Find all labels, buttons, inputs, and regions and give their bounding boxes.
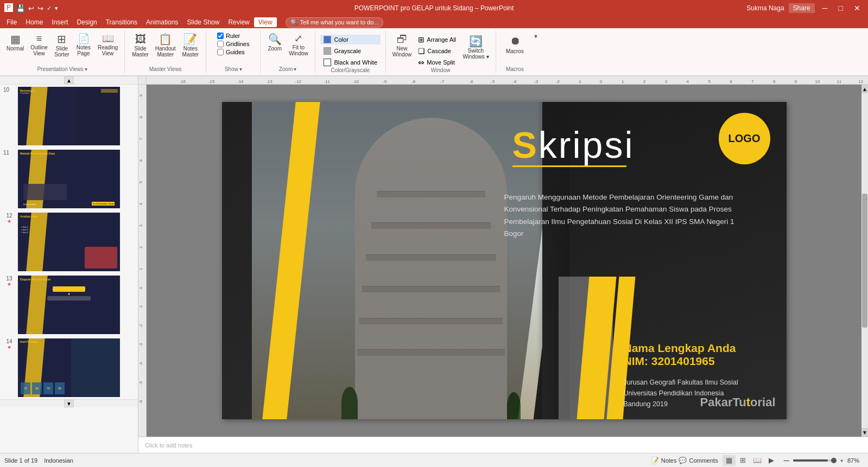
share-button[interactable]: Share: [789, 3, 815, 13]
slide-item-10[interactable]: 10 Rancangan Penelitian Pro Lapangan: [0, 85, 138, 148]
scroll-down-button[interactable]: ▼: [861, 428, 868, 437]
zoom-value[interactable]: 87%: [847, 457, 864, 464]
notes-master-button[interactable]: 📝 NotesMaster: [180, 33, 201, 59]
dept-line1: Jurusan Geografi Fakultas Ilmu Sosial: [624, 377, 738, 388]
panel-scroll-up-button[interactable]: ▲: [64, 76, 74, 84]
svg-text:2: 2: [643, 79, 646, 84]
ruler-svg-v: 9 8 7 6 5 4 3 2 1 0 -1 -2 -3 -4: [138, 85, 147, 410]
arrange-all-button[interactable]: ⊞ Arrange All: [416, 35, 458, 44]
gridlines-label: Gridlines: [226, 41, 249, 47]
macros-button[interactable]: ⏺ Macros: [502, 33, 529, 56]
slide-sorter-icon: ⊞: [57, 34, 66, 44]
reading-view-label: ReadingView: [98, 44, 118, 56]
tell-me-bar[interactable]: 🔍 Tell me what you want to do...: [286, 17, 384, 28]
ruler-checkbox[interactable]: Ruler: [217, 33, 249, 39]
comments-label[interactable]: Comments: [689, 457, 718, 464]
menu-insert[interactable]: Insert: [47, 17, 72, 27]
slide-sorter-status-btn[interactable]: ⊞: [737, 455, 750, 466]
fit-to-window-button[interactable]: ⤢ Fit toWindow: [287, 33, 311, 57]
scroll-thumb[interactable]: [862, 194, 867, 328]
move-split-button[interactable]: ⇔ Move Split: [416, 57, 458, 67]
master-views-buttons: 🖼 SlideMaster 📋 HandoutMaster 📝 NotesMas…: [130, 30, 201, 66]
slide-sorter-button[interactable]: ⊞ SlideSorter: [52, 33, 72, 59]
qs-checkmark[interactable]: ✓: [47, 5, 52, 12]
gridlines-checkbox[interactable]: Gridlines: [217, 41, 249, 47]
handout-master-button[interactable]: 📋 HandoutMaster: [153, 33, 178, 59]
zoom-expand-icon[interactable]: ▾: [294, 66, 296, 72]
switch-windows-icon: 🔄: [469, 36, 483, 47]
notes-panel[interactable]: Click to add notes: [138, 437, 868, 453]
gridlines-input[interactable]: [217, 41, 224, 47]
maximize-button[interactable]: □: [835, 3, 846, 14]
menu-design[interactable]: Design: [72, 17, 101, 27]
slideshow-status-btn[interactable]: ▶: [765, 455, 778, 466]
slide-panel[interactable]: ▲ 10 Rancangan Penelitian Pro Lapangan 1…: [0, 76, 138, 453]
menu-file[interactable]: File: [2, 17, 21, 27]
zoom-plus-button[interactable]: +: [839, 457, 845, 464]
zoom-slider-fill: [793, 459, 828, 462]
subtitle-text: Pengaruh Menggunaan Metode Pembelajaran …: [504, 191, 743, 240]
title-bar-right: Sukma Naga Share ─ □ ✕: [746, 3, 864, 14]
color-button[interactable]: Color: [320, 35, 381, 44]
qs-undo[interactable]: ↩: [28, 4, 34, 12]
qs-save[interactable]: 💾: [16, 4, 25, 12]
show-expand-icon[interactable]: ▾: [239, 66, 242, 72]
arrange-all-icon: ⊞: [418, 35, 425, 44]
black-and-white-button[interactable]: Black and White: [320, 57, 381, 67]
zoom-slider[interactable]: [793, 459, 837, 462]
slide-master-button[interactable]: 🖼 SlideMaster: [130, 33, 151, 59]
notes-placeholder: Click to add notes: [145, 442, 192, 449]
guides-input[interactable]: [217, 49, 224, 55]
svg-text:-4: -4: [512, 79, 517, 84]
panel-scroll-down-button[interactable]: ▼: [64, 400, 74, 407]
main-slide[interactable]: LOGO Skripsi Pengaruh Mengguna: [222, 102, 787, 419]
watermark-area: PakarTutorial: [700, 395, 776, 410]
notes-status-label[interactable]: Notes: [661, 457, 677, 464]
slide-canvas-area[interactable]: LOGO Skripsi Pengaruh Mengguna: [147, 85, 861, 437]
menu-slideshow[interactable]: Slide Show: [182, 17, 224, 27]
zoom-button[interactable]: 🔍 Zoom: [265, 33, 284, 53]
cascade-button[interactable]: ❏ Cascade: [416, 46, 458, 56]
notes-master-icon: 📝: [183, 34, 197, 44]
zoom-slider-thumb[interactable]: [831, 458, 837, 463]
reading-view-button[interactable]: 📖 ReadingView: [96, 33, 120, 57]
menu-animations[interactable]: Animations: [142, 17, 182, 27]
slide-item-12[interactable]: 12 ★ Analisis Data ✓ Item 1 ✓ Item 2 ✓ I…: [0, 210, 138, 273]
minimize-button[interactable]: ─: [819, 3, 831, 14]
slide-number-13: 13 ★: [3, 276, 15, 287]
ruler-corner: [138, 76, 147, 85]
switch-windows-button[interactable]: 🔄 SwitchWindows ▾: [460, 35, 491, 61]
slide-number-12: 12 ★: [3, 213, 15, 224]
normal-view-status-btn[interactable]: ▦: [723, 455, 736, 466]
qs-extra[interactable]: ▾: [55, 5, 58, 12]
slide-item-14[interactable]: 14 ★ Hasil Penelitian 75 58: [0, 336, 138, 399]
notes-page-button[interactable]: 📄 NotesPage: [74, 33, 93, 57]
normal-view-button[interactable]: ▦ Normal: [4, 33, 26, 53]
zoom-minus-button[interactable]: ─: [782, 456, 791, 465]
notes-status-icon: 📝: [651, 457, 659, 464]
slide-item-13[interactable]: 13 ★ Diagram Alur Penelitian: [0, 273, 138, 336]
ruler-input[interactable]: [217, 33, 224, 39]
menu-view[interactable]: View: [254, 17, 277, 27]
menu-home[interactable]: Home: [21, 17, 47, 27]
search-icon: 🔍: [290, 19, 298, 26]
presentation-views-expand-icon[interactable]: ▾: [85, 66, 87, 72]
ribbon-expand-icon[interactable]: ▾: [534, 33, 537, 40]
presentation-views-label: Presentation Views ▾: [37, 66, 87, 73]
scroll-up-button[interactable]: ▲: [861, 85, 868, 93]
new-window-button[interactable]: 🗗 NewWindow: [390, 33, 414, 59]
ribbon-content: ▦ Normal ≡ OutlineView ⊞ SlideSorter 📄 N…: [0, 28, 868, 76]
guides-checkbox[interactable]: Guides: [217, 49, 249, 55]
grayscale-button[interactable]: Grayscale: [320, 46, 381, 56]
reading-view-status-btn[interactable]: 📖: [751, 455, 764, 466]
outline-view-button[interactable]: ≡ OutlineView: [28, 33, 50, 57]
svg-text:3: 3: [665, 79, 668, 84]
qs-redo[interactable]: ↪: [37, 4, 43, 12]
menu-transitions[interactable]: Transitions: [102, 17, 142, 27]
slide-item-11[interactable]: 11 Metode Pengumpulan Data Dokumentasi T…: [0, 148, 138, 210]
black-and-white-label: Black and White: [334, 59, 377, 66]
vertical-scrollbar[interactable]: ▲ ▼: [861, 85, 868, 437]
menu-review[interactable]: Review: [224, 17, 254, 27]
close-button[interactable]: ✕: [851, 3, 864, 14]
svg-text:-2: -2: [556, 79, 560, 84]
